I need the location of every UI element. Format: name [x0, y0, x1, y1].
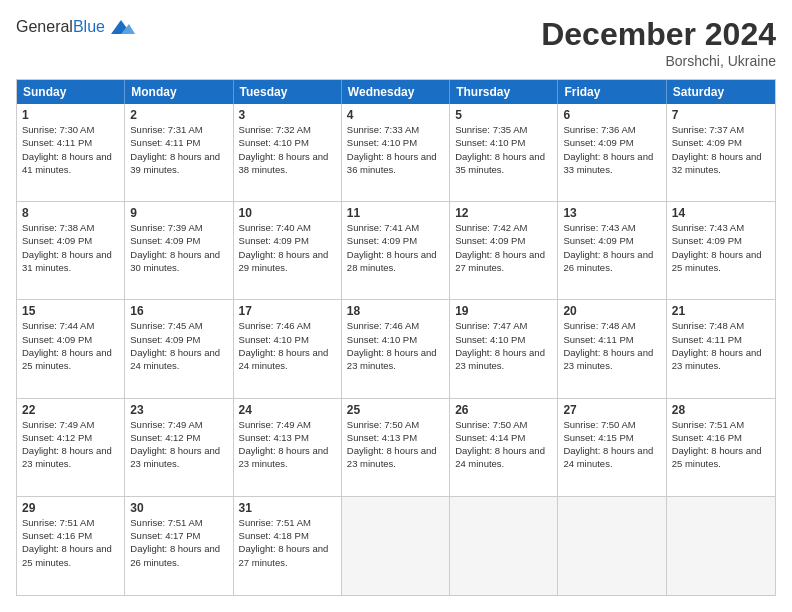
logo-blue-text: Blue	[73, 18, 105, 35]
day-3: 3 Sunrise: 7:32 AMSunset: 4:10 PMDayligh…	[234, 104, 342, 201]
day-2: 2 Sunrise: 7:31 AMSunset: 4:11 PMDayligh…	[125, 104, 233, 201]
header-friday: Friday	[558, 80, 666, 104]
header-wednesday: Wednesday	[342, 80, 450, 104]
day-5: 5 Sunrise: 7:35 AMSunset: 4:10 PMDayligh…	[450, 104, 558, 201]
week-row-4: 22 Sunrise: 7:49 AMSunset: 4:12 PMDaylig…	[17, 399, 775, 497]
day-11: 11 Sunrise: 7:41 AMSunset: 4:09 PMDaylig…	[342, 202, 450, 299]
day-9: 9 Sunrise: 7:39 AMSunset: 4:09 PMDayligh…	[125, 202, 233, 299]
day-12: 12 Sunrise: 7:42 AMSunset: 4:09 PMDaylig…	[450, 202, 558, 299]
day-23: 23 Sunrise: 7:49 AMSunset: 4:12 PMDaylig…	[125, 399, 233, 496]
day-15: 15 Sunrise: 7:44 AMSunset: 4:09 PMDaylig…	[17, 300, 125, 397]
logo-general-text: General	[16, 18, 73, 35]
header-monday: Monday	[125, 80, 233, 104]
day-28: 28 Sunrise: 7:51 AMSunset: 4:16 PMDaylig…	[667, 399, 775, 496]
header-saturday: Saturday	[667, 80, 775, 104]
week-row-5: 29 Sunrise: 7:51 AMSunset: 4:16 PMDaylig…	[17, 497, 775, 595]
day-29: 29 Sunrise: 7:51 AMSunset: 4:16 PMDaylig…	[17, 497, 125, 595]
month-title: December 2024	[541, 16, 776, 53]
logo: GeneralBlue	[16, 16, 135, 38]
day-26: 26 Sunrise: 7:50 AMSunset: 4:14 PMDaylig…	[450, 399, 558, 496]
day-22: 22 Sunrise: 7:49 AMSunset: 4:12 PMDaylig…	[17, 399, 125, 496]
day-7: 7 Sunrise: 7:37 AMSunset: 4:09 PMDayligh…	[667, 104, 775, 201]
title-area: December 2024 Borshchi, Ukraine	[541, 16, 776, 69]
day-empty-3	[558, 497, 666, 595]
day-17: 17 Sunrise: 7:46 AMSunset: 4:10 PMDaylig…	[234, 300, 342, 397]
day-empty-1	[342, 497, 450, 595]
week-row-3: 15 Sunrise: 7:44 AMSunset: 4:09 PMDaylig…	[17, 300, 775, 398]
day-21: 21 Sunrise: 7:48 AMSunset: 4:11 PMDaylig…	[667, 300, 775, 397]
calendar: Sunday Monday Tuesday Wednesday Thursday…	[16, 79, 776, 596]
day-20: 20 Sunrise: 7:48 AMSunset: 4:11 PMDaylig…	[558, 300, 666, 397]
week-row-1: 1 Sunrise: 7:30 AMSunset: 4:11 PMDayligh…	[17, 104, 775, 202]
day-6: 6 Sunrise: 7:36 AMSunset: 4:09 PMDayligh…	[558, 104, 666, 201]
header-sunday: Sunday	[17, 80, 125, 104]
day-8: 8 Sunrise: 7:38 AMSunset: 4:09 PMDayligh…	[17, 202, 125, 299]
calendar-body: 1 Sunrise: 7:30 AMSunset: 4:11 PMDayligh…	[17, 104, 775, 595]
day-empty-2	[450, 497, 558, 595]
day-19: 19 Sunrise: 7:47 AMSunset: 4:10 PMDaylig…	[450, 300, 558, 397]
day-1: 1 Sunrise: 7:30 AMSunset: 4:11 PMDayligh…	[17, 104, 125, 201]
day-24: 24 Sunrise: 7:49 AMSunset: 4:13 PMDaylig…	[234, 399, 342, 496]
day-4: 4 Sunrise: 7:33 AMSunset: 4:10 PMDayligh…	[342, 104, 450, 201]
header-thursday: Thursday	[450, 80, 558, 104]
day-30: 30 Sunrise: 7:51 AMSunset: 4:17 PMDaylig…	[125, 497, 233, 595]
location: Borshchi, Ukraine	[541, 53, 776, 69]
day-14: 14 Sunrise: 7:43 AMSunset: 4:09 PMDaylig…	[667, 202, 775, 299]
page: GeneralBlue December 2024 Borshchi, Ukra…	[0, 0, 792, 612]
header-tuesday: Tuesday	[234, 80, 342, 104]
day-16: 16 Sunrise: 7:45 AMSunset: 4:09 PMDaylig…	[125, 300, 233, 397]
logo-icon	[107, 16, 135, 38]
calendar-header: Sunday Monday Tuesday Wednesday Thursday…	[17, 80, 775, 104]
day-25: 25 Sunrise: 7:50 AMSunset: 4:13 PMDaylig…	[342, 399, 450, 496]
day-27: 27 Sunrise: 7:50 AMSunset: 4:15 PMDaylig…	[558, 399, 666, 496]
header: GeneralBlue December 2024 Borshchi, Ukra…	[16, 16, 776, 69]
day-13: 13 Sunrise: 7:43 AMSunset: 4:09 PMDaylig…	[558, 202, 666, 299]
day-empty-4	[667, 497, 775, 595]
week-row-2: 8 Sunrise: 7:38 AMSunset: 4:09 PMDayligh…	[17, 202, 775, 300]
day-18: 18 Sunrise: 7:46 AMSunset: 4:10 PMDaylig…	[342, 300, 450, 397]
day-10: 10 Sunrise: 7:40 AMSunset: 4:09 PMDaylig…	[234, 202, 342, 299]
day-31: 31 Sunrise: 7:51 AMSunset: 4:18 PMDaylig…	[234, 497, 342, 595]
